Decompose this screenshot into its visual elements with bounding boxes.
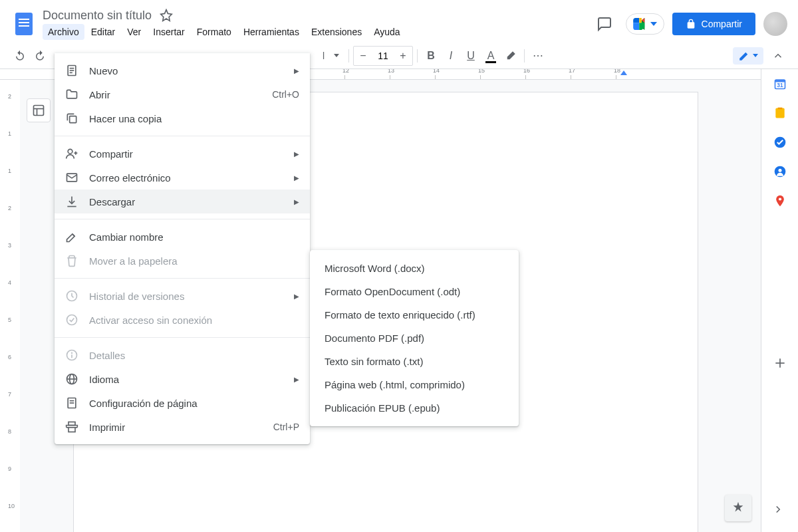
tasks-icon[interactable] — [773, 136, 787, 149]
font-size-value[interactable]: 11 — [372, 51, 394, 61]
underline-button[interactable]: U — [462, 47, 480, 65]
menu-item-activar-acceso-sin-conexión: Activar acceso sin conexión — [55, 308, 310, 332]
share-button[interactable]: Compartir — [672, 13, 755, 35]
menu-item-label: Detalles — [89, 350, 299, 361]
download-option[interactable]: Texto sin formato (.txt) — [310, 350, 519, 373]
globe-icon — [65, 372, 78, 386]
menu-item-correo-electrónico[interactable]: Correo electrónico▶ — [55, 166, 310, 190]
font-size-increase[interactable]: + — [394, 47, 412, 65]
person-add-icon — [65, 147, 78, 160]
editing-mode-button[interactable] — [733, 47, 763, 65]
menu-formato[interactable]: Formato — [192, 24, 237, 40]
font-selector[interactable]: l — [305, 51, 344, 61]
download-option[interactable]: Formato de texto enriquecido (.rtf) — [310, 303, 519, 327]
svg-point-11 — [778, 198, 781, 200]
info-icon — [65, 348, 78, 362]
svg-rect-18 — [70, 116, 76, 123]
hide-sidepanel-button[interactable] — [766, 497, 790, 521]
contacts-icon[interactable] — [773, 165, 787, 178]
menu-item-historial-de-versiones: Historial de versiones▶ — [55, 284, 310, 308]
menu-item-imprimir[interactable]: ImprimirCtrl+P — [55, 415, 310, 439]
menu-item-label: Configuración de página — [89, 398, 299, 409]
explore-button[interactable] — [725, 495, 751, 521]
menu-extensiones[interactable]: Extensiones — [306, 24, 367, 40]
menu-item-label: Idioma — [89, 374, 283, 385]
menu-item-cambiar-nombre[interactable]: Cambiar nombre — [55, 225, 310, 249]
chevron-down-icon — [753, 54, 758, 57]
account-avatar[interactable] — [763, 12, 787, 36]
download-option[interactable]: Publicación EPUB (.epub) — [310, 396, 519, 420]
menu-herramientas[interactable]: Herramientas — [238, 24, 305, 40]
print-icon — [65, 420, 78, 434]
menu-item-label: Abrir — [89, 89, 261, 100]
outline-toggle[interactable] — [27, 98, 51, 122]
menu-insertar[interactable]: Insertar — [148, 24, 190, 40]
share-button-label: Compartir — [702, 19, 742, 29]
submenu-arrow-icon: ▶ — [294, 198, 299, 205]
menu-item-configuración-de-página[interactable]: Configuración de página — [55, 391, 310, 415]
download-option[interactable]: Documento PDF (.pdf) — [310, 327, 519, 350]
vertical-ruler: 211234567891011 — [0, 80, 20, 532]
menu-ver[interactable]: Ver — [122, 24, 146, 40]
meet-button[interactable] — [626, 13, 664, 35]
menu-item-label: Historial de versiones — [89, 291, 283, 302]
svg-point-24 — [67, 315, 77, 325]
svg-point-27 — [72, 352, 72, 353]
menubar: ArchivoEditarVerInsertarFormatoHerramien… — [43, 24, 591, 40]
offline-icon — [65, 313, 78, 327]
comments-icon[interactable] — [591, 11, 618, 37]
submenu-arrow-icon: ▶ — [294, 67, 299, 74]
italic-button[interactable]: I — [442, 47, 460, 65]
doc-icon — [65, 64, 78, 77]
download-submenu: Microsoft Word (.docx)Formato OpenDocume… — [310, 250, 519, 426]
star-icon[interactable] — [160, 9, 173, 22]
menu-item-mover-a-la-papelera: Mover a la papelera — [55, 249, 310, 273]
submenu-arrow-icon: ▶ — [294, 293, 299, 300]
menu-ayuda[interactable]: Ayuda — [368, 24, 405, 40]
menu-item-label: Activar acceso sin conexión — [89, 315, 299, 326]
add-addon-button[interactable] — [773, 356, 787, 370]
chevron-down-icon — [650, 22, 657, 26]
copy-icon — [65, 112, 78, 125]
submenu-arrow-icon: ▶ — [294, 174, 299, 182]
trash-icon — [65, 254, 78, 267]
menu-item-abrir[interactable]: AbrirCtrl+O — [55, 82, 310, 106]
menu-item-idioma[interactable]: Idioma▶ — [55, 367, 310, 391]
menu-item-hacer-una-copia[interactable]: Hacer una copia — [55, 106, 310, 130]
menu-item-descargar[interactable]: Descargar▶ — [55, 190, 310, 213]
font-size-control: − 11 + — [353, 46, 413, 66]
lock-icon — [686, 19, 696, 29]
more-button[interactable]: ⋯ — [529, 47, 547, 65]
keep-icon[interactable] — [773, 106, 787, 120]
svg-rect-7 — [777, 108, 782, 110]
docs-logo[interactable] — [11, 11, 37, 37]
svg-rect-0 — [34, 106, 44, 116]
undo-button[interactable] — [11, 47, 29, 65]
font-size-decrease[interactable]: − — [354, 47, 372, 65]
header: Documento sin título ArchivoEditarVerIns… — [0, 0, 798, 43]
document-title[interactable]: Documento sin título — [43, 9, 152, 23]
chevron-down-icon — [334, 54, 339, 57]
menu-item-label: Correo electrónico — [89, 172, 283, 184]
download-option[interactable]: Página web (.html, comprimido) — [310, 373, 519, 396]
calendar-icon[interactable]: 31 — [773, 77, 787, 90]
menu-editar[interactable]: Editar — [86, 24, 121, 40]
folder-icon — [65, 88, 78, 101]
menu-item-nuevo[interactable]: Nuevo▶ — [55, 59, 310, 82]
svg-rect-6 — [775, 108, 784, 118]
text-color-button[interactable]: A — [481, 47, 500, 65]
maps-icon[interactable] — [773, 194, 787, 207]
download-option[interactable]: Microsoft Word (.docx) — [310, 257, 519, 280]
menu-item-compartir[interactable]: Compartir▶ — [55, 142, 310, 166]
redo-button[interactable] — [31, 47, 49, 65]
svg-text:31: 31 — [777, 82, 783, 88]
bold-button[interactable]: B — [422, 47, 440, 65]
collapse-button[interactable] — [769, 47, 787, 65]
menu-archivo[interactable]: Archivo — [43, 24, 84, 40]
menu-item-label: Hacer una copia — [89, 113, 299, 124]
submenu-arrow-icon: ▶ — [294, 376, 299, 383]
menu-item-label: Imprimir — [89, 422, 263, 433]
svg-point-19 — [68, 149, 72, 154]
download-option[interactable]: Formato OpenDocument (.odt) — [310, 280, 519, 303]
highlight-button[interactable] — [501, 47, 520, 65]
